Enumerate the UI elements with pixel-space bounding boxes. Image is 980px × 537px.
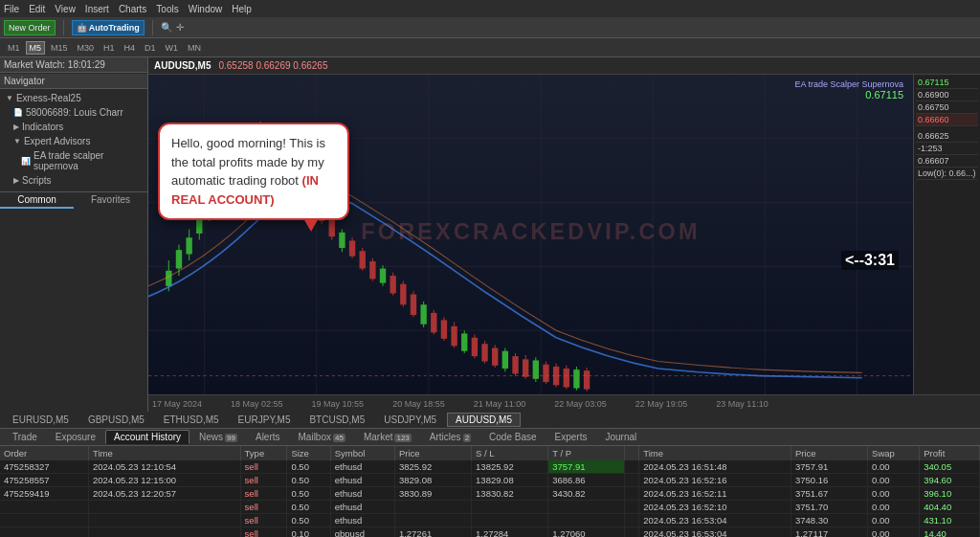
term-tab-news[interactable]: News99 <box>190 430 246 444</box>
autotrading-button[interactable]: 🤖 AutoTrading <box>72 20 145 35</box>
tab-audusd[interactable]: AUDUSD,M5 <box>447 413 521 427</box>
col-time: Time <box>88 446 240 460</box>
navigator-header: Navigator <box>0 74 147 89</box>
mailbox-badge: 45 <box>333 434 345 442</box>
menu-edit[interactable]: Edit <box>29 4 45 14</box>
cell-close-time: 2024.05.23 16:52:11 <box>639 487 791 501</box>
cell-type: sell <box>240 514 287 527</box>
table-row[interactable]: 475259419 2024.05.23 12:20:57 sell 0.50 … <box>0 487 980 501</box>
table-row[interactable]: 475258327 2024.05.23 12:10:54 sell 0.50 … <box>0 460 980 474</box>
col-swap: Swap <box>868 446 920 460</box>
tf-d1[interactable]: D1 <box>141 41 160 55</box>
terminal-tabs: Trade Exposure Account History News99 Al… <box>0 429 980 446</box>
nav-item-experts[interactable]: ▼ Expert Advisors <box>0 134 147 148</box>
term-tab-codebase[interactable]: Code Base <box>480 430 545 444</box>
tf-h4[interactable]: H4 <box>121 41 140 55</box>
cell-time: 2024.05.23 12:20:57 <box>88 487 240 501</box>
currency-tabs: EURUSD,M5 GBPUSD,M5 ETHUSD,M5 EURJPY,M5 … <box>0 412 980 429</box>
tab-eurjpy[interactable]: EURJPY,M5 <box>230 413 300 427</box>
tab-ethusd[interactable]: ETHUSD,M5 <box>155 413 228 427</box>
chart-price-display: 0.65258 0.66269 0.66265 <box>218 60 327 71</box>
tf-w1[interactable]: W1 <box>162 41 183 55</box>
tf-m15[interactable]: M15 <box>47 41 72 55</box>
price-level-5: 0.66625 <box>916 130 978 143</box>
price-level-6: -1:253 <box>916 143 978 155</box>
time-label-4: 20 May 18:55 <box>392 399 445 409</box>
cell-sep <box>625 514 639 527</box>
col-tp: T / P <box>548 446 625 460</box>
term-tab-history[interactable]: Account History <box>105 430 189 444</box>
svg-rect-79 <box>502 351 508 369</box>
term-tab-experts[interactable]: Experts <box>546 430 596 444</box>
svg-rect-59 <box>400 284 406 305</box>
menu-window[interactable]: Window <box>189 4 223 14</box>
tf-m1[interactable]: M1 <box>4 41 24 55</box>
term-tab-alerts[interactable]: Alerts <box>247 430 289 444</box>
chart-area: AUDUSD,M5 0.65258 0.66269 0.66265 <box>148 57 980 412</box>
tooltip-bubble: Hello, good morning! This is the total p… <box>158 123 349 220</box>
news-badge: 99 <box>225 434 237 442</box>
svg-rect-47 <box>339 233 345 248</box>
nav-tab-common[interactable]: Common <box>0 192 74 209</box>
menu-insert[interactable]: Insert <box>85 4 109 14</box>
tf-m30[interactable]: M30 <box>74 41 99 55</box>
menu-view[interactable]: View <box>55 4 76 14</box>
cell-sep <box>625 474 639 487</box>
orders-scroll[interactable]: Order Time Type Size Symbol Price S / L … <box>0 446 980 537</box>
svg-rect-75 <box>481 344 487 361</box>
tf-m5[interactable]: M5 <box>26 41 46 55</box>
menu-help[interactable]: Help <box>232 4 252 14</box>
table-row[interactable]: 475258557 2024.05.23 12:15:00 sell 0.50 … <box>0 474 980 487</box>
orders-section: Order Time Type Size Symbol Price S / L … <box>0 446 980 537</box>
cell-tp <box>548 501 625 514</box>
cell-close-time: 2024.05.23 16:52:10 <box>639 501 791 514</box>
tab-gbpusd[interactable]: GBPUSD,M5 <box>79 413 153 427</box>
new-order-button[interactable]: New Order <box>4 20 56 35</box>
nav-item-scripts[interactable]: ▶ Scripts <box>0 173 147 188</box>
cell-time <box>88 514 240 527</box>
cell-size: 0.50 <box>287 487 330 501</box>
price-level-8: Low(0): 0.66...) <box>916 168 978 180</box>
term-tab-journal[interactable]: Journal <box>596 430 645 444</box>
term-tab-mailbox[interactable]: Mailbox45 <box>290 430 354 444</box>
timeframe-toolbar: M1 M5 M15 M30 H1 H4 D1 W1 MN <box>0 38 980 57</box>
nav-tab-favorites[interactable]: Favorites <box>74 192 147 209</box>
cell-profit: 431.10 <box>920 514 980 527</box>
cell-price: 3829.08 <box>394 474 471 487</box>
table-row[interactable]: sell 0.50 ethusd 2024.05.23 16:52:10 375… <box>0 501 980 514</box>
nav-item-account[interactable]: 📄 58006689: Louis Charr <box>0 105 147 120</box>
svg-rect-53 <box>369 261 375 279</box>
term-tab-articles[interactable]: Articles2 <box>421 430 479 444</box>
cell-sep <box>625 501 639 514</box>
cell-order-id <box>0 527 88 538</box>
tab-eurusd[interactable]: EURUSD,M5 <box>4 413 78 427</box>
svg-rect-77 <box>492 348 498 366</box>
chart-canvas[interactable]: FOREXCRACKEDVIP.COM <--3:31 EA trade Sca… <box>148 75 980 394</box>
menu-tools[interactable]: Tools <box>156 4 178 14</box>
cell-close-price: 3750.16 <box>791 474 867 487</box>
nav-label-scripts: Scripts <box>22 175 52 186</box>
nav-item-exness[interactable]: ▼ Exness-Real25 <box>0 91 147 105</box>
price-level-3: 0.66750 <box>916 101 978 114</box>
tab-btcusd[interactable]: BTCUSD,M5 <box>301 413 373 427</box>
tf-h1[interactable]: H1 <box>100 41 119 55</box>
table-row[interactable]: sell 0.50 ethusd 2024.05.23 16:53:04 374… <box>0 514 980 527</box>
cell-price: 1.27261 <box>394 527 471 538</box>
cell-type: sell <box>240 474 287 487</box>
nav-item-indicators[interactable]: ▶ Indicators <box>0 120 147 134</box>
nav-item-ea-scalper[interactable]: 📊 EA trade scalper supernova <box>0 148 147 173</box>
svg-rect-57 <box>390 276 395 293</box>
tab-usdjpy[interactable]: USDJPY,M5 <box>375 413 445 427</box>
menu-file[interactable]: File <box>4 4 19 14</box>
col-sep <box>625 446 639 460</box>
table-row[interactable]: sell 0.10 gbpusd 1.27261 1.27284 1.27060… <box>0 527 980 538</box>
svg-rect-55 <box>380 269 386 283</box>
term-tab-market[interactable]: Market123 <box>355 430 420 444</box>
price-level-4: 0.66660 <box>916 114 978 126</box>
cell-tp: 1.27060 <box>548 527 625 538</box>
menu-charts[interactable]: Charts <box>119 4 146 14</box>
tf-mn[interactable]: MN <box>184 41 205 55</box>
term-tab-trade[interactable]: Trade <box>4 430 46 444</box>
cell-close-time: 2024.05.23 16:53:04 <box>639 527 791 538</box>
term-tab-exposure[interactable]: Exposure <box>47 430 104 444</box>
